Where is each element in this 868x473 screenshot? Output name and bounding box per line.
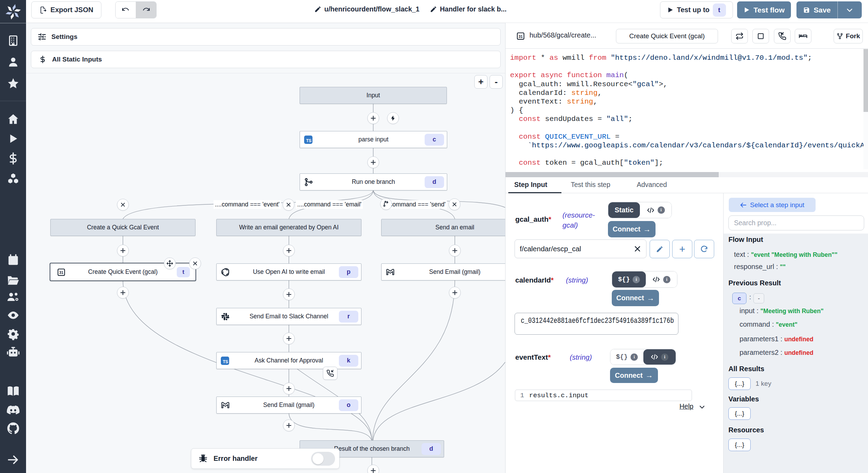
- svg-text:31: 31: [519, 34, 523, 39]
- svg-text:31: 31: [59, 270, 64, 275]
